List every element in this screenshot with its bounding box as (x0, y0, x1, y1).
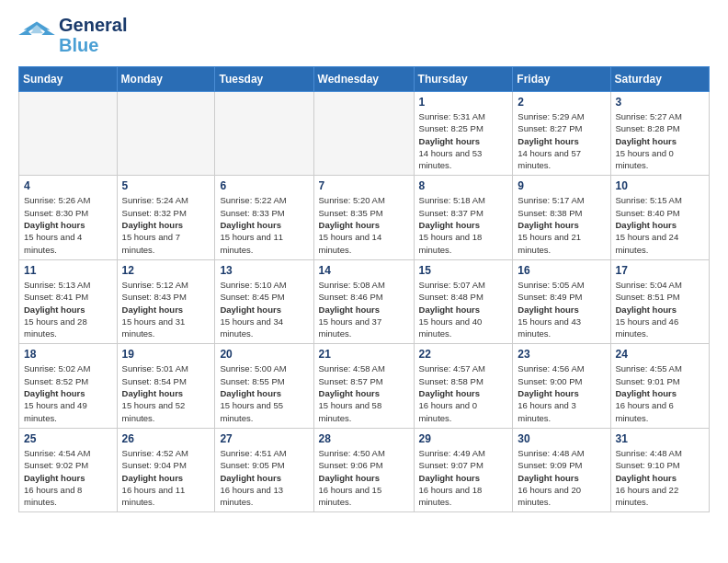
logo-text: GeneralBlue (59, 15, 127, 55)
day-number: 24 (616, 348, 705, 361)
day-info: Sunrise: 4:56 AMSunset: 9:00 PMDaylight … (518, 362, 605, 423)
day-number: 22 (419, 348, 508, 361)
col-tuesday: Tuesday (215, 67, 313, 92)
day-info: Sunrise: 5:07 AMSunset: 8:48 PMDaylight … (419, 279, 508, 339)
day-number: 11 (24, 264, 112, 277)
day-info: Sunrise: 5:31 AMSunset: 8:25 PMDaylight … (419, 110, 508, 171)
day-cell: 30Sunrise: 4:48 AMSunset: 9:09 PMDayligh… (513, 428, 610, 511)
day-number: 19 (122, 348, 210, 361)
day-info: Sunrise: 5:15 AMSunset: 8:40 PMDaylight … (616, 194, 705, 255)
day-number: 25 (24, 432, 112, 445)
day-cell (19, 92, 118, 176)
day-number: 2 (518, 96, 605, 109)
day-info: Sunrise: 5:05 AMSunset: 8:49 PMDaylight … (518, 279, 605, 339)
day-info: Sunrise: 4:50 AMSunset: 9:06 PMDaylight … (319, 447, 409, 508)
day-info: Sunrise: 5:18 AMSunset: 8:37 PMDaylight … (419, 194, 508, 255)
day-number: 13 (220, 264, 308, 277)
day-cell: 1Sunrise: 5:31 AMSunset: 8:25 PMDaylight… (414, 92, 513, 176)
day-cell: 14Sunrise: 5:08 AMSunset: 8:46 PMDayligh… (313, 259, 414, 343)
week-row-1: 1Sunrise: 5:31 AMSunset: 8:25 PMDaylight… (19, 92, 710, 176)
day-cell: 9Sunrise: 5:17 AMSunset: 8:38 PMDaylight… (513, 176, 610, 259)
week-row-3: 11Sunrise: 5:13 AMSunset: 8:41 PMDayligh… (19, 259, 710, 343)
week-row-4: 18Sunrise: 5:02 AMSunset: 8:52 PMDayligh… (19, 344, 710, 428)
day-info: Sunrise: 5:17 AMSunset: 8:38 PMDaylight … (518, 194, 605, 255)
day-cell (313, 92, 414, 176)
day-cell: 17Sunrise: 5:04 AMSunset: 8:51 PMDayligh… (610, 259, 710, 343)
day-number: 26 (122, 432, 210, 445)
day-cell: 6Sunrise: 5:22 AMSunset: 8:33 PMDaylight… (215, 176, 313, 259)
day-cell: 18Sunrise: 5:02 AMSunset: 8:52 PMDayligh… (19, 344, 118, 428)
day-cell (215, 92, 313, 176)
week-row-5: 25Sunrise: 4:54 AMSunset: 9:02 PMDayligh… (19, 428, 710, 511)
calendar-header-row: Sunday Monday Tuesday Wednesday Thursday… (19, 67, 710, 92)
day-cell: 11Sunrise: 5:13 AMSunset: 8:41 PMDayligh… (19, 259, 118, 343)
day-number: 16 (518, 264, 605, 277)
day-cell: 2Sunrise: 5:29 AMSunset: 8:27 PMDaylight… (513, 92, 610, 176)
day-info: Sunrise: 5:08 AMSunset: 8:46 PMDaylight … (319, 279, 409, 339)
logo-icon (18, 18, 55, 52)
day-number: 21 (319, 348, 409, 361)
day-info: Sunrise: 5:04 AMSunset: 8:51 PMDaylight … (616, 279, 705, 339)
day-number: 14 (319, 264, 409, 277)
day-number: 9 (518, 179, 605, 192)
day-cell: 7Sunrise: 5:20 AMSunset: 8:35 PMDaylight… (313, 176, 414, 259)
day-cell: 31Sunrise: 4:48 AMSunset: 9:10 PMDayligh… (610, 428, 710, 511)
day-info: Sunrise: 4:54 AMSunset: 9:02 PMDaylight … (24, 447, 112, 508)
day-cell: 25Sunrise: 4:54 AMSunset: 9:02 PMDayligh… (19, 428, 118, 511)
day-number: 4 (24, 179, 112, 192)
day-cell: 21Sunrise: 4:58 AMSunset: 8:57 PMDayligh… (313, 344, 414, 428)
day-number: 18 (24, 348, 112, 361)
day-info: Sunrise: 5:10 AMSunset: 8:45 PMDaylight … (220, 279, 308, 339)
day-number: 3 (616, 96, 705, 109)
day-cell: 20Sunrise: 5:00 AMSunset: 8:55 PMDayligh… (215, 344, 313, 428)
day-info: Sunrise: 4:48 AMSunset: 9:09 PMDaylight … (518, 447, 605, 508)
day-number: 17 (616, 264, 705, 277)
col-thursday: Thursday (414, 67, 513, 92)
day-info: Sunrise: 5:13 AMSunset: 8:41 PMDaylight … (24, 279, 112, 339)
day-cell (117, 92, 215, 176)
day-number: 15 (419, 264, 508, 277)
day-info: Sunrise: 5:12 AMSunset: 8:43 PMDaylight … (122, 279, 210, 339)
day-cell: 24Sunrise: 4:55 AMSunset: 9:01 PMDayligh… (610, 344, 710, 428)
day-info: Sunrise: 5:24 AMSunset: 8:32 PMDaylight … (122, 194, 210, 255)
day-cell: 26Sunrise: 4:52 AMSunset: 9:04 PMDayligh… (117, 428, 215, 511)
col-wednesday: Wednesday (313, 67, 414, 92)
day-cell: 10Sunrise: 5:15 AMSunset: 8:40 PMDayligh… (610, 176, 710, 259)
day-number: 8 (419, 179, 508, 192)
day-cell: 28Sunrise: 4:50 AMSunset: 9:06 PMDayligh… (313, 428, 414, 511)
day-number: 20 (220, 348, 308, 361)
calendar-table: Sunday Monday Tuesday Wednesday Thursday… (18, 66, 710, 512)
day-info: Sunrise: 5:02 AMSunset: 8:52 PMDaylight … (24, 362, 112, 423)
day-info: Sunrise: 4:52 AMSunset: 9:04 PMDaylight … (122, 447, 210, 508)
day-number: 28 (319, 432, 409, 445)
day-info: Sunrise: 5:27 AMSunset: 8:28 PMDaylight … (616, 110, 705, 171)
day-cell: 19Sunrise: 5:01 AMSunset: 8:54 PMDayligh… (117, 344, 215, 428)
day-info: Sunrise: 5:29 AMSunset: 8:27 PMDaylight … (518, 110, 605, 171)
header: GeneralBlue (18, 15, 710, 55)
day-cell: 13Sunrise: 5:10 AMSunset: 8:45 PMDayligh… (215, 259, 313, 343)
col-saturday: Saturday (610, 67, 710, 92)
day-info: Sunrise: 4:55 AMSunset: 9:01 PMDaylight … (616, 362, 705, 423)
day-cell: 22Sunrise: 4:57 AMSunset: 8:58 PMDayligh… (414, 344, 513, 428)
day-info: Sunrise: 4:51 AMSunset: 9:05 PMDaylight … (220, 447, 308, 508)
day-cell: 8Sunrise: 5:18 AMSunset: 8:37 PMDaylight… (414, 176, 513, 259)
day-info: Sunrise: 5:26 AMSunset: 8:30 PMDaylight … (24, 194, 112, 255)
day-number: 5 (122, 179, 210, 192)
day-info: Sunrise: 4:57 AMSunset: 8:58 PMDaylight … (419, 362, 508, 423)
day-number: 23 (518, 348, 605, 361)
col-monday: Monday (117, 67, 215, 92)
day-number: 27 (220, 432, 308, 445)
col-friday: Friday (513, 67, 610, 92)
page: GeneralBlue Sunday Monday Tuesday Wednes… (0, 0, 728, 527)
logo: GeneralBlue (18, 15, 127, 55)
day-number: 7 (319, 179, 409, 192)
col-sunday: Sunday (19, 67, 118, 92)
day-info: Sunrise: 5:22 AMSunset: 8:33 PMDaylight … (220, 194, 308, 255)
day-number: 30 (518, 432, 605, 445)
day-cell: 27Sunrise: 4:51 AMSunset: 9:05 PMDayligh… (215, 428, 313, 511)
day-cell: 15Sunrise: 5:07 AMSunset: 8:48 PMDayligh… (414, 259, 513, 343)
day-number: 12 (122, 264, 210, 277)
day-cell: 29Sunrise: 4:49 AMSunset: 9:07 PMDayligh… (414, 428, 513, 511)
day-cell: 4Sunrise: 5:26 AMSunset: 8:30 PMDaylight… (19, 176, 118, 259)
day-cell: 16Sunrise: 5:05 AMSunset: 8:49 PMDayligh… (513, 259, 610, 343)
